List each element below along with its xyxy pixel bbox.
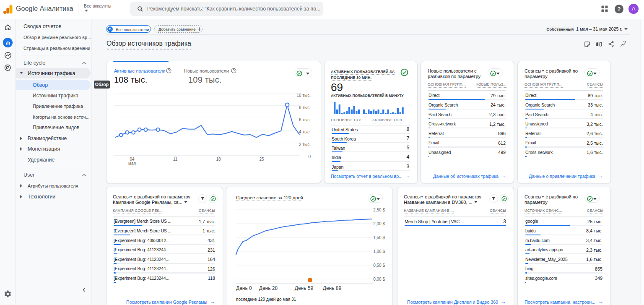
svg-text:День 28: День 28: [259, 285, 278, 291]
svg-text:1,50 $: 1,50 $: [373, 235, 385, 240]
svg-text:День 0: День 0: [236, 285, 252, 291]
svg-text:1,00 $: 1,00 $: [373, 249, 385, 254]
svg-text:2,00 $: 2,00 $: [373, 222, 385, 226]
svg-text:0: 0: [308, 154, 311, 159]
svg-text:2,50 $: 2,50 $: [373, 208, 385, 212]
svg-text:0,00 $: 0,00 $: [373, 277, 385, 282]
svg-text:День 89: День 89: [323, 285, 342, 291]
svg-text:18: 18: [216, 157, 221, 162]
svg-text:0,50 $: 0,50 $: [373, 263, 385, 268]
svg-text:мая: мая: [128, 161, 136, 166]
svg-text:4 тыс.: 4 тыс.: [299, 130, 311, 134]
svg-text:6 тыс.: 6 тыс.: [299, 117, 311, 122]
svg-text:25: 25: [259, 157, 264, 162]
svg-text:2 тыс.: 2 тыс.: [299, 142, 311, 147]
svg-text:10 тыс.: 10 тыс.: [297, 93, 311, 98]
svg-text:8 тыс.: 8 тыс.: [299, 105, 311, 110]
svg-text:День 59: День 59: [295, 285, 314, 291]
svg-text:11: 11: [173, 157, 178, 162]
